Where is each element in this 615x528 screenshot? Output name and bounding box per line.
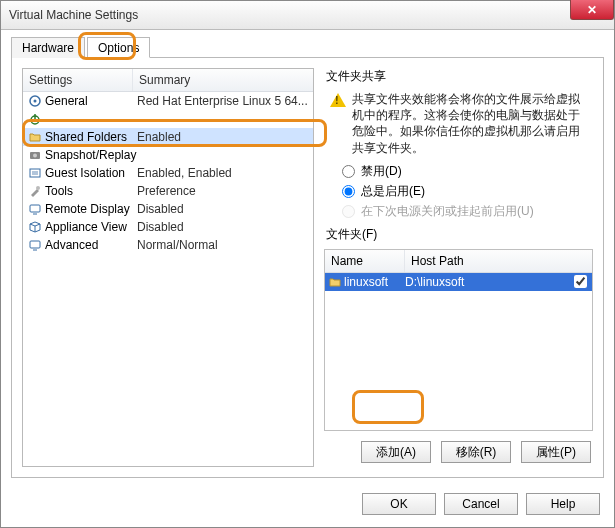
vm-settings-window: Virtual Machine Settings ✕ Hardware Opti…	[0, 0, 615, 528]
folder-icon	[27, 130, 43, 144]
folders-path-header: Host Path	[405, 250, 592, 272]
guest-icon	[27, 166, 43, 180]
settings-row-snapshot-replay[interactable]: Snapshot/Replay	[23, 146, 313, 164]
settings-list-pane: Settings Summary GeneralRed Hat Enterpri…	[22, 68, 314, 467]
settings-row-summary: Red Hat Enterprise Linux 5 64...	[137, 94, 309, 108]
svg-rect-9	[30, 205, 40, 212]
content-area: Hardware Options Settings Summary Genera…	[1, 30, 614, 527]
cube-icon	[27, 220, 43, 234]
settings-row-label: Tools	[45, 184, 137, 198]
warning-icon	[330, 93, 346, 107]
radio-until-poweroff: 在下次电源关闭或挂起前启用(U)	[342, 202, 593, 222]
radio-untilpwr-label: 在下次电源关闭或挂起前启用(U)	[361, 203, 534, 220]
gear-icon	[27, 94, 43, 108]
folder-action-buttons: 添加(A) 移除(R) 属性(P)	[324, 431, 593, 467]
settings-row-shared-folders[interactable]: Shared FoldersEnabled	[23, 128, 313, 146]
settings-row-label: Shared Folders	[45, 130, 137, 144]
settings-row-label: Advanced	[45, 238, 137, 252]
radio-disabled-label: 禁用(D)	[361, 163, 402, 180]
folder-icon	[329, 276, 341, 288]
cancel-button[interactable]: Cancel	[444, 493, 518, 515]
summary-col-header: Summary	[133, 69, 313, 91]
folders-group-label: 文件夹(F)	[326, 226, 593, 243]
settings-row-remote-display[interactable]: Remote DisplayDisabled	[23, 200, 313, 218]
settings-row-label: Appliance View	[45, 220, 137, 234]
svg-point-5	[33, 154, 37, 158]
settings-row-general[interactable]: GeneralRed Hat Enterprise Linux 5 64...	[23, 92, 313, 110]
folder-checkbox[interactable]	[574, 275, 587, 288]
close-icon: ✕	[587, 3, 597, 17]
settings-row-summary: Normal/Normal	[137, 238, 309, 252]
radio-disabled[interactable]: 禁用(D)	[342, 162, 593, 182]
tools-icon	[27, 184, 43, 198]
settings-row-summary: Enabled, Enabled	[137, 166, 309, 180]
share-description-row: 共享文件夹效能将会将你的文件展示给虚拟机中的程序。这将会使你的电脑与数据处于危险…	[324, 87, 593, 160]
settings-row-tools[interactable]: ToolsPreference	[23, 182, 313, 200]
settings-row-advanced[interactable]: AdvancedNormal/Normal	[23, 236, 313, 254]
window-title: Virtual Machine Settings	[9, 8, 138, 22]
radio-always-enabled[interactable]: 总是启用(E)	[342, 182, 593, 202]
folders-list-box: Name Host Path linuxsoftD:\linuxsoft	[324, 249, 593, 431]
settings-row-guest-isolation[interactable]: Guest IsolationEnabled, Enabled	[23, 164, 313, 182]
add-button[interactable]: 添加(A)	[361, 441, 431, 463]
settings-col-header: Settings	[23, 69, 133, 91]
display-icon	[27, 238, 43, 252]
settings-row-item-1[interactable]	[23, 110, 313, 128]
settings-row-label: Guest Isolation	[45, 166, 137, 180]
folders-list-header: Name Host Path	[325, 250, 592, 273]
share-radio-group: 禁用(D) 总是启用(E) 在下次电源关闭或挂起前启用(U)	[324, 160, 593, 226]
svg-rect-7	[32, 171, 38, 175]
settings-row-label: General	[45, 94, 137, 108]
remove-button[interactable]: 移除(R)	[441, 441, 511, 463]
share-description: 共享文件夹效能将会将你的文件展示给虚拟机中的程序。这将会使你的电脑与数据处于危险…	[352, 91, 587, 156]
folder-path: D:\linuxsoft	[405, 275, 570, 289]
settings-row-summary: Disabled	[137, 202, 309, 216]
settings-row-summary: Disabled	[137, 220, 309, 234]
folder-check[interactable]	[570, 272, 588, 291]
folders-list: linuxsoftD:\linuxsoft	[325, 273, 592, 291]
tab-hardware[interactable]: Hardware	[11, 37, 85, 58]
settings-row-summary: Preference	[137, 184, 309, 198]
display-icon	[27, 202, 43, 216]
close-button[interactable]: ✕	[570, 0, 614, 20]
svg-point-1	[34, 100, 37, 103]
svg-point-8	[36, 186, 40, 190]
tab-strip: Hardware Options	[11, 36, 604, 58]
radio-always-label: 总是启用(E)	[361, 183, 425, 200]
radio-always-input[interactable]	[342, 185, 355, 198]
ok-button[interactable]: OK	[362, 493, 436, 515]
svg-rect-11	[30, 241, 40, 248]
settings-row-appliance-view[interactable]: Appliance ViewDisabled	[23, 218, 313, 236]
radio-disabled-input[interactable]	[342, 165, 355, 178]
settings-row-label: Snapshot/Replay	[45, 148, 137, 162]
share-group-label: 文件夹共享	[326, 68, 593, 85]
help-button[interactable]: Help	[526, 493, 600, 515]
camera-icon	[27, 148, 43, 162]
tab-options[interactable]: Options	[87, 37, 150, 58]
folder-row-linuxsoft[interactable]: linuxsoftD:\linuxsoft	[325, 273, 592, 291]
folder-name: linuxsoft	[329, 275, 405, 289]
settings-list: GeneralRed Hat Enterprise Linux 5 64...S…	[23, 92, 313, 254]
folders-name-header: Name	[325, 250, 405, 272]
titlebar: Virtual Machine Settings ✕	[1, 1, 614, 30]
dialog-buttons: OK Cancel Help	[362, 493, 600, 515]
settings-list-header: Settings Summary	[23, 69, 313, 92]
settings-row-summary: Enabled	[137, 130, 309, 144]
shared-folders-pane: 文件夹共享 共享文件夹效能将会将你的文件展示给虚拟机中的程序。这将会使你的电脑与…	[324, 68, 593, 467]
options-tab-body: Settings Summary GeneralRed Hat Enterpri…	[11, 58, 604, 478]
power-icon	[27, 112, 43, 126]
properties-button[interactable]: 属性(P)	[521, 441, 591, 463]
radio-untilpwr-input	[342, 205, 355, 218]
settings-row-label: Remote Display	[45, 202, 137, 216]
